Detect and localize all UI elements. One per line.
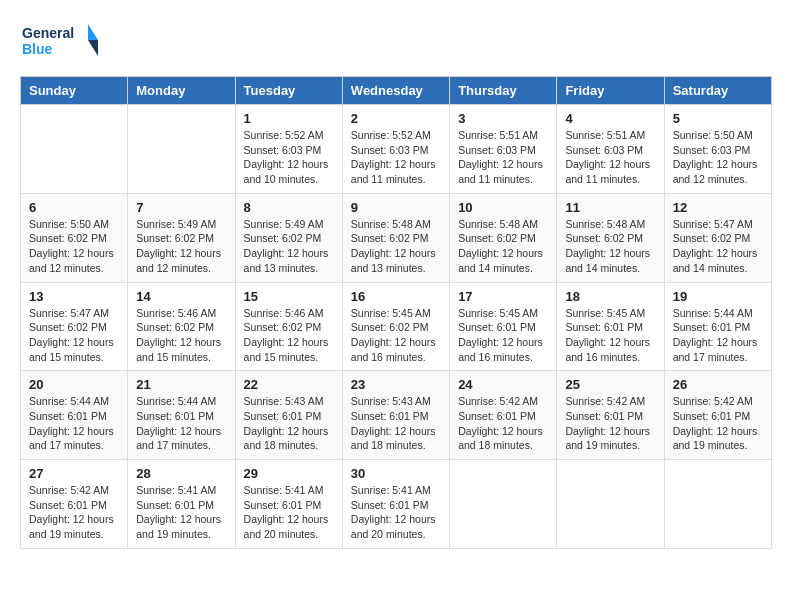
calendar-cell: 9Sunrise: 5:48 AM Sunset: 6:02 PM Daylig… bbox=[342, 193, 449, 282]
header-tuesday: Tuesday bbox=[235, 77, 342, 105]
day-number: 7 bbox=[136, 200, 226, 215]
day-info: Sunrise: 5:46 AM Sunset: 6:02 PM Dayligh… bbox=[244, 306, 334, 365]
day-info: Sunrise: 5:51 AM Sunset: 6:03 PM Dayligh… bbox=[458, 128, 548, 187]
day-info: Sunrise: 5:52 AM Sunset: 6:03 PM Dayligh… bbox=[351, 128, 441, 187]
calendar-cell bbox=[128, 105, 235, 194]
calendar-cell: 14Sunrise: 5:46 AM Sunset: 6:02 PM Dayli… bbox=[128, 282, 235, 371]
day-info: Sunrise: 5:45 AM Sunset: 6:01 PM Dayligh… bbox=[458, 306, 548, 365]
calendar-cell: 27Sunrise: 5:42 AM Sunset: 6:01 PM Dayli… bbox=[21, 460, 128, 549]
calendar-cell: 30Sunrise: 5:41 AM Sunset: 6:01 PM Dayli… bbox=[342, 460, 449, 549]
calendar-cell: 22Sunrise: 5:43 AM Sunset: 6:01 PM Dayli… bbox=[235, 371, 342, 460]
day-number: 5 bbox=[673, 111, 763, 126]
day-info: Sunrise: 5:52 AM Sunset: 6:03 PM Dayligh… bbox=[244, 128, 334, 187]
day-number: 29 bbox=[244, 466, 334, 481]
day-info: Sunrise: 5:48 AM Sunset: 6:02 PM Dayligh… bbox=[351, 217, 441, 276]
day-info: Sunrise: 5:48 AM Sunset: 6:02 PM Dayligh… bbox=[458, 217, 548, 276]
header-wednesday: Wednesday bbox=[342, 77, 449, 105]
calendar-cell: 16Sunrise: 5:45 AM Sunset: 6:02 PM Dayli… bbox=[342, 282, 449, 371]
day-info: Sunrise: 5:50 AM Sunset: 6:02 PM Dayligh… bbox=[29, 217, 119, 276]
header-sunday: Sunday bbox=[21, 77, 128, 105]
calendar-cell: 7Sunrise: 5:49 AM Sunset: 6:02 PM Daylig… bbox=[128, 193, 235, 282]
day-number: 20 bbox=[29, 377, 119, 392]
header: General Blue bbox=[20, 20, 772, 60]
day-number: 18 bbox=[565, 289, 655, 304]
calendar-cell: 28Sunrise: 5:41 AM Sunset: 6:01 PM Dayli… bbox=[128, 460, 235, 549]
day-info: Sunrise: 5:48 AM Sunset: 6:02 PM Dayligh… bbox=[565, 217, 655, 276]
calendar-cell: 18Sunrise: 5:45 AM Sunset: 6:01 PM Dayli… bbox=[557, 282, 664, 371]
calendar-cell: 11Sunrise: 5:48 AM Sunset: 6:02 PM Dayli… bbox=[557, 193, 664, 282]
day-info: Sunrise: 5:41 AM Sunset: 6:01 PM Dayligh… bbox=[244, 483, 334, 542]
day-info: Sunrise: 5:50 AM Sunset: 6:03 PM Dayligh… bbox=[673, 128, 763, 187]
calendar-cell: 13Sunrise: 5:47 AM Sunset: 6:02 PM Dayli… bbox=[21, 282, 128, 371]
day-info: Sunrise: 5:43 AM Sunset: 6:01 PM Dayligh… bbox=[244, 394, 334, 453]
calendar-header-row: SundayMondayTuesdayWednesdayThursdayFrid… bbox=[21, 77, 772, 105]
calendar-table: SundayMondayTuesdayWednesdayThursdayFrid… bbox=[20, 76, 772, 549]
calendar-week-5: 27Sunrise: 5:42 AM Sunset: 6:01 PM Dayli… bbox=[21, 460, 772, 549]
calendar-cell: 23Sunrise: 5:43 AM Sunset: 6:01 PM Dayli… bbox=[342, 371, 449, 460]
day-info: Sunrise: 5:42 AM Sunset: 6:01 PM Dayligh… bbox=[29, 483, 119, 542]
calendar-cell: 8Sunrise: 5:49 AM Sunset: 6:02 PM Daylig… bbox=[235, 193, 342, 282]
day-info: Sunrise: 5:42 AM Sunset: 6:01 PM Dayligh… bbox=[673, 394, 763, 453]
logo-svg: General Blue bbox=[20, 20, 100, 60]
day-number: 2 bbox=[351, 111, 441, 126]
calendar-cell: 5Sunrise: 5:50 AM Sunset: 6:03 PM Daylig… bbox=[664, 105, 771, 194]
header-monday: Monday bbox=[128, 77, 235, 105]
calendar-cell: 25Sunrise: 5:42 AM Sunset: 6:01 PM Dayli… bbox=[557, 371, 664, 460]
logo: General Blue bbox=[20, 20, 100, 60]
day-info: Sunrise: 5:42 AM Sunset: 6:01 PM Dayligh… bbox=[458, 394, 548, 453]
day-number: 16 bbox=[351, 289, 441, 304]
day-info: Sunrise: 5:49 AM Sunset: 6:02 PM Dayligh… bbox=[136, 217, 226, 276]
calendar-cell: 4Sunrise: 5:51 AM Sunset: 6:03 PM Daylig… bbox=[557, 105, 664, 194]
day-number: 8 bbox=[244, 200, 334, 215]
calendar-cell: 3Sunrise: 5:51 AM Sunset: 6:03 PM Daylig… bbox=[450, 105, 557, 194]
header-thursday: Thursday bbox=[450, 77, 557, 105]
day-number: 17 bbox=[458, 289, 548, 304]
svg-marker-3 bbox=[88, 40, 98, 56]
day-number: 6 bbox=[29, 200, 119, 215]
calendar-cell: 17Sunrise: 5:45 AM Sunset: 6:01 PM Dayli… bbox=[450, 282, 557, 371]
day-number: 4 bbox=[565, 111, 655, 126]
day-info: Sunrise: 5:44 AM Sunset: 6:01 PM Dayligh… bbox=[673, 306, 763, 365]
day-info: Sunrise: 5:42 AM Sunset: 6:01 PM Dayligh… bbox=[565, 394, 655, 453]
day-number: 1 bbox=[244, 111, 334, 126]
day-number: 23 bbox=[351, 377, 441, 392]
day-info: Sunrise: 5:47 AM Sunset: 6:02 PM Dayligh… bbox=[673, 217, 763, 276]
calendar-cell: 21Sunrise: 5:44 AM Sunset: 6:01 PM Dayli… bbox=[128, 371, 235, 460]
day-info: Sunrise: 5:47 AM Sunset: 6:02 PM Dayligh… bbox=[29, 306, 119, 365]
day-number: 25 bbox=[565, 377, 655, 392]
svg-text:General: General bbox=[22, 25, 74, 41]
day-number: 26 bbox=[673, 377, 763, 392]
svg-text:Blue: Blue bbox=[22, 41, 53, 57]
calendar-cell: 12Sunrise: 5:47 AM Sunset: 6:02 PM Dayli… bbox=[664, 193, 771, 282]
day-number: 13 bbox=[29, 289, 119, 304]
day-info: Sunrise: 5:44 AM Sunset: 6:01 PM Dayligh… bbox=[136, 394, 226, 453]
calendar-week-2: 6Sunrise: 5:50 AM Sunset: 6:02 PM Daylig… bbox=[21, 193, 772, 282]
day-info: Sunrise: 5:45 AM Sunset: 6:02 PM Dayligh… bbox=[351, 306, 441, 365]
calendar-cell bbox=[557, 460, 664, 549]
day-number: 10 bbox=[458, 200, 548, 215]
day-number: 24 bbox=[458, 377, 548, 392]
header-saturday: Saturday bbox=[664, 77, 771, 105]
day-info: Sunrise: 5:49 AM Sunset: 6:02 PM Dayligh… bbox=[244, 217, 334, 276]
day-info: Sunrise: 5:51 AM Sunset: 6:03 PM Dayligh… bbox=[565, 128, 655, 187]
header-friday: Friday bbox=[557, 77, 664, 105]
day-number: 28 bbox=[136, 466, 226, 481]
day-number: 14 bbox=[136, 289, 226, 304]
calendar-cell bbox=[664, 460, 771, 549]
day-info: Sunrise: 5:41 AM Sunset: 6:01 PM Dayligh… bbox=[136, 483, 226, 542]
day-number: 19 bbox=[673, 289, 763, 304]
day-number: 11 bbox=[565, 200, 655, 215]
calendar-cell: 15Sunrise: 5:46 AM Sunset: 6:02 PM Dayli… bbox=[235, 282, 342, 371]
calendar-cell: 1Sunrise: 5:52 AM Sunset: 6:03 PM Daylig… bbox=[235, 105, 342, 194]
day-number: 27 bbox=[29, 466, 119, 481]
calendar-cell: 26Sunrise: 5:42 AM Sunset: 6:01 PM Dayli… bbox=[664, 371, 771, 460]
calendar-week-1: 1Sunrise: 5:52 AM Sunset: 6:03 PM Daylig… bbox=[21, 105, 772, 194]
day-number: 30 bbox=[351, 466, 441, 481]
day-info: Sunrise: 5:44 AM Sunset: 6:01 PM Dayligh… bbox=[29, 394, 119, 453]
day-info: Sunrise: 5:43 AM Sunset: 6:01 PM Dayligh… bbox=[351, 394, 441, 453]
calendar-cell: 20Sunrise: 5:44 AM Sunset: 6:01 PM Dayli… bbox=[21, 371, 128, 460]
calendar-cell: 2Sunrise: 5:52 AM Sunset: 6:03 PM Daylig… bbox=[342, 105, 449, 194]
calendar-week-3: 13Sunrise: 5:47 AM Sunset: 6:02 PM Dayli… bbox=[21, 282, 772, 371]
day-number: 21 bbox=[136, 377, 226, 392]
day-number: 12 bbox=[673, 200, 763, 215]
